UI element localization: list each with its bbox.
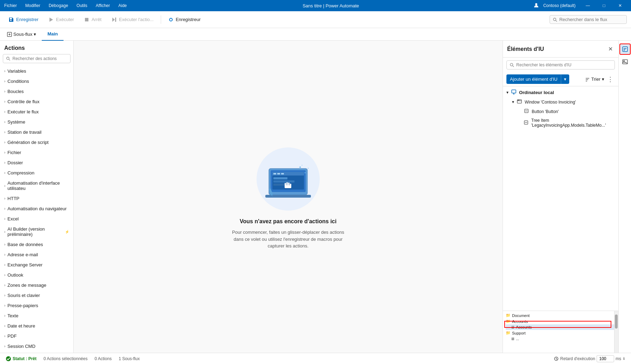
main-tab[interactable]: Main (42, 28, 64, 41)
sidebar-item[interactable]: ›Outlook (0, 270, 73, 280)
sidebar-item[interactable]: ›Boucles (0, 86, 73, 97)
sidebar-item-label: Excel (7, 216, 19, 221)
svg-rect-18 (272, 172, 304, 176)
chevron-icon: › (4, 304, 5, 307)
add-element-button[interactable]: Ajouter un élément d'IU (506, 74, 561, 84)
sidebar-item[interactable]: ›HTTP (0, 193, 73, 204)
tree-item[interactable]: Tree Item 'LegacyInvoicingApp.Models.Tab… (503, 116, 618, 130)
menu-debogage[interactable]: Débogage (47, 2, 69, 9)
svg-rect-21 (281, 173, 284, 174)
tree-item[interactable]: Button 'Button' (503, 107, 618, 116)
delay-input[interactable] (597, 355, 614, 362)
more-options-button[interactable]: ⋮ (606, 75, 615, 83)
sidebar-item[interactable]: ›Exchange Server (0, 260, 73, 270)
menu-modifier[interactable]: Modifier (24, 2, 42, 9)
sidebar-item[interactable]: ›Automatisation d'interface utilisateu (0, 178, 73, 193)
title-bar: Fichier Modifier Débogage Outils Affiche… (0, 0, 631, 11)
sidebar-item[interactable]: ›Génération de script (0, 137, 73, 147)
chevron-icon: › (4, 140, 5, 144)
chevron-icon: › (4, 110, 5, 114)
executer-button[interactable]: Exécuter (44, 13, 78, 26)
delay-info-button[interactable]: ℹ (623, 357, 625, 360)
image-panel-icon-button[interactable] (619, 56, 631, 67)
sidebar-item[interactable]: ›Texte (0, 311, 73, 321)
elements-search[interactable] (506, 60, 615, 70)
svg-text:+: + (307, 167, 309, 170)
mini-tree: 📁 Document 📁 Accounts 🖥 Accounts 📁 Suppo… (503, 311, 618, 343)
sidebar-item[interactable]: ›Émulation de terminal (0, 351, 73, 353)
close-button[interactable]: ✕ (612, 0, 628, 11)
actions-search[interactable] (3, 54, 71, 63)
mini-scrollbar-thumb (615, 315, 618, 329)
maximize-button[interactable]: □ (596, 0, 612, 11)
sidebar-item[interactable]: ›Excel (0, 214, 73, 224)
sidebar-item-label: Dossier (7, 160, 23, 165)
mini-panel: 📁 Document 📁 Accounts 🖥 Accounts 📁 Suppo… (503, 311, 618, 353)
arret-button[interactable]: Arrêt (80, 13, 106, 26)
sidebar-item[interactable]: ›Station de travail (0, 127, 73, 137)
sidebar-item[interactable]: ›Système (0, 117, 73, 127)
svg-point-48 (519, 100, 519, 101)
sidebar-item-label: Outlook (7, 272, 23, 278)
svg-line-13 (9, 59, 10, 60)
sidebar-item[interactable]: ›Date et heure (0, 321, 73, 331)
svg-point-47 (518, 100, 518, 101)
sidebar-item[interactable]: ›Dossier (0, 158, 73, 168)
elements-search-input[interactable] (516, 62, 612, 67)
chevron-icon: › (4, 314, 5, 318)
sidebar-item-label: Presse-papiers (7, 303, 38, 308)
chevron-icon: › (4, 207, 5, 211)
sort-button[interactable]: Trier ▾ (585, 77, 604, 82)
executer-action-button[interactable]: Exécuter l'actio... (107, 13, 158, 26)
sidebar-item[interactable]: ›Session CMD (0, 341, 73, 351)
chevron-icon: › (4, 243, 5, 246)
chevron-icon: › (4, 184, 5, 188)
sidebar-item[interactable]: ›Automatisation du navigateur (0, 204, 73, 214)
add-element-dropdown[interactable]: ▾ (561, 74, 569, 84)
sidebar-item[interactable]: ›Variables (0, 66, 73, 76)
sidebar-item[interactable]: ›Adresse e-mail (0, 250, 73, 260)
sidebar-item-label: AI Builder (version préliminaire) (7, 226, 63, 237)
mini-scrollbar[interactable] (614, 311, 618, 353)
sidebar-item-label: Date et heure (7, 323, 35, 329)
sous-flux-count: 1 Sous-flux (119, 356, 140, 361)
panel-close-button[interactable]: ✕ (607, 44, 614, 54)
flow-search[interactable] (550, 15, 627, 24)
actions-search-input[interactable] (13, 56, 67, 61)
user-account[interactable] (533, 2, 539, 9)
sidebar-item[interactable]: ›Souris et clavier (0, 290, 73, 300)
flow-search-input[interactable] (559, 17, 624, 22)
sidebar-item[interactable]: ›Exécuter le flux (0, 107, 73, 117)
chevron-icon: › (4, 293, 5, 297)
ui-elements-tree: ▼Ordinateur local▼Window 'Contoso Invoic… (503, 86, 618, 311)
minimize-button[interactable]: — (580, 0, 596, 11)
sidebar-item[interactable]: ›Base de données (0, 239, 73, 250)
registreur-indicator: Enregistreur (164, 15, 205, 25)
menu-fichier[interactable]: Fichier (3, 2, 18, 9)
sidebar-item[interactable]: ›AI Builder (version préliminaire) ⚡ (0, 224, 73, 239)
sidebar-item[interactable]: ›Zones de message (0, 280, 73, 290)
sidebar-item[interactable]: ›Contrôle de flux (0, 97, 73, 107)
sidebar-item[interactable]: ›Fichier (0, 147, 73, 158)
tree-icon (517, 99, 522, 105)
panel-title: Éléments d'IU (507, 46, 544, 52)
sidebar-item-label: Station de travail (7, 130, 41, 135)
ui-elements-icon-button[interactable] (619, 44, 631, 55)
menu-outils[interactable]: Outils (75, 2, 89, 9)
window-title: Sans titre | Power Automate (303, 3, 359, 8)
menu-aide[interactable]: Aide (117, 2, 128, 9)
svg-rect-53 (623, 47, 627, 52)
menu-afficher[interactable]: Afficher (94, 2, 111, 9)
chevron-icon: › (4, 79, 5, 83)
sidebar-item-label: Conditions (7, 79, 29, 84)
save-button[interactable]: Enregistrer (4, 13, 43, 26)
chevron-icon: › (4, 197, 5, 200)
tree-item[interactable]: ▼Window 'Contoso Invoicing' (503, 97, 618, 107)
sous-flux-button[interactable]: Sous-flux ▾ (3, 29, 40, 40)
sidebar-item[interactable]: ›Presse-papiers (0, 300, 73, 311)
sidebar-item[interactable]: ›PDF (0, 331, 73, 341)
sidebar-item[interactable]: ›Conditions (0, 76, 73, 86)
chevron-icon: › (4, 217, 5, 221)
sidebar-item[interactable]: ›Compression (0, 168, 73, 178)
tree-item[interactable]: ▼Ordinateur local (503, 88, 618, 97)
